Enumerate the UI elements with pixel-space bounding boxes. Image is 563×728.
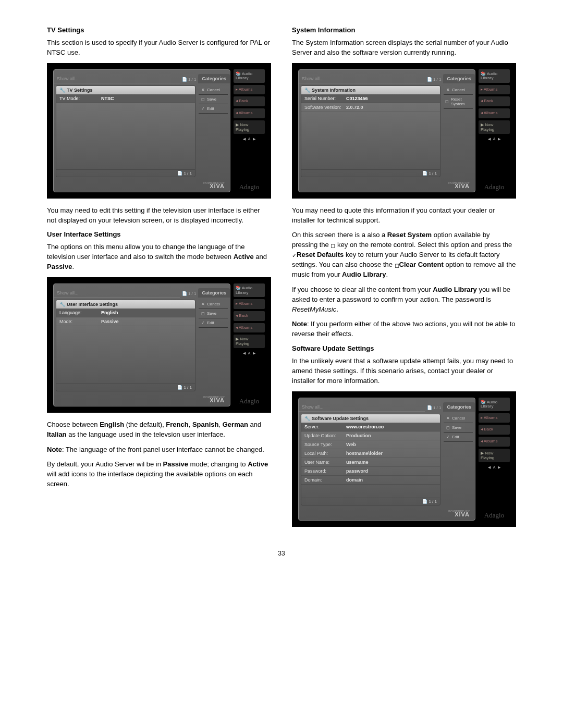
tv-settings-p2: You may need to edit this setting if the… (47, 206, 271, 226)
tv-settings-screenshot: Show all... 📄 1 / 1 Categories 🔧TV Setti… (47, 63, 271, 199)
save-button[interactable]: ◻Save (444, 423, 473, 433)
check-icon: ✓ (292, 252, 297, 258)
hammer-icon: 🔧 (304, 416, 310, 421)
close-icon: ✕ (445, 416, 450, 421)
close-icon: ✕ (200, 302, 205, 306)
next-icon: ▶ (253, 137, 255, 141)
albums-nav-2[interactable]: ◂ Albums (234, 108, 265, 118)
cancel-button[interactable]: ✕Cancel (444, 85, 473, 95)
sysinfo-screenshot: Show all... 📄 1 / 1 Categories 🔧System I… (292, 63, 516, 199)
hammer-icon: 🔧 (304, 88, 310, 93)
swupdate-p1: In the unlikely event that a software up… (292, 356, 516, 386)
audio-library-nav[interactable]: 📚 Audio Library (234, 69, 265, 83)
ui-settings-screenshot: Show all... 📄 1 / 1 Categories 🔧User Int… (47, 277, 271, 413)
albums-nav[interactable]: ▸ Albums (234, 85, 265, 95)
ui-settings-heading: User Interface Settings (47, 230, 271, 238)
stop-icon: ◻ (445, 425, 450, 430)
edit-button[interactable]: ✓Edit (199, 318, 228, 328)
categories-tab: Categories (198, 74, 230, 83)
stop-icon: ◻ (200, 311, 205, 316)
save-button[interactable]: ◻Save (199, 309, 228, 318)
cancel-button[interactable]: ✕Cancel (199, 85, 228, 95)
ui-settings-p1: The options on this menu allow you to ch… (47, 242, 271, 272)
check-icon: ✓ (445, 435, 450, 439)
sysinfo-p4: If you choose to clear all the content f… (292, 285, 516, 315)
hammer-icon: 🔧 (59, 302, 65, 307)
swupdate-heading: Software Update Settings (292, 344, 516, 352)
ui-mode-p: By default, your Audio Server wil be in … (47, 460, 271, 489)
sysinfo-p3: On this screen there is a also a Reset S… (292, 230, 516, 280)
now-playing-nav[interactable]: ▶ Now Playing (234, 120, 265, 134)
close-icon: ✕ (445, 88, 450, 92)
back-nav[interactable]: ◂ Back (234, 96, 265, 106)
adagio-logo: Adagio (234, 182, 265, 192)
stop-icon: ◻ (200, 97, 205, 102)
edit-button[interactable]: ✓Edit (199, 104, 228, 114)
ui-note-p: Note: The language of the front panel us… (47, 445, 271, 455)
cancel-button[interactable]: ✕Cancel (199, 300, 228, 309)
check-icon: ✓ (200, 106, 205, 111)
close-icon: ✕ (200, 88, 205, 92)
doc-icon: 📄 (177, 171, 182, 176)
swupdate-screenshot: Show all... 📄 1 / 1 Categories 🔧Software… (292, 391, 516, 527)
reset-system-button[interactable]: ◻Reset System (444, 95, 473, 109)
right-column: System Information The System Informatio… (292, 21, 516, 534)
tv-settings-heading: TV Settings (47, 26, 271, 34)
sysinfo-heading: System Information (292, 26, 516, 34)
save-button[interactable]: ◻Save (199, 95, 228, 104)
show-all-label: Show all... (54, 76, 180, 83)
sysinfo-p2: You may need to quote this information i… (292, 206, 516, 226)
stop-icon: ◻ (395, 262, 399, 268)
check-icon: ✓ (200, 320, 205, 325)
nav-controls[interactable]: ◀A▶ (234, 136, 265, 142)
prev-icon: ◀ (243, 137, 246, 141)
doc-icon: 📄 (182, 77, 187, 82)
panel-title: TV Settings (67, 88, 93, 93)
sysinfo-p1: The System Information screen displays t… (292, 38, 516, 58)
hammer-icon: 🔧 (59, 88, 65, 93)
cancel-button[interactable]: ✕Cancel (444, 414, 473, 423)
tv-settings-p1: This section is used to specify if your … (47, 38, 271, 58)
sysinfo-note: Note: If you perform either of the above… (292, 319, 516, 339)
left-column: TV Settings This section is used to spec… (47, 21, 271, 534)
ui-languages-p: Choose between English (the default), Fr… (47, 420, 271, 440)
page-number: 33 (47, 550, 516, 557)
edit-button[interactable]: ✓Edit (444, 433, 473, 442)
stop-icon: ◻ (445, 99, 449, 104)
